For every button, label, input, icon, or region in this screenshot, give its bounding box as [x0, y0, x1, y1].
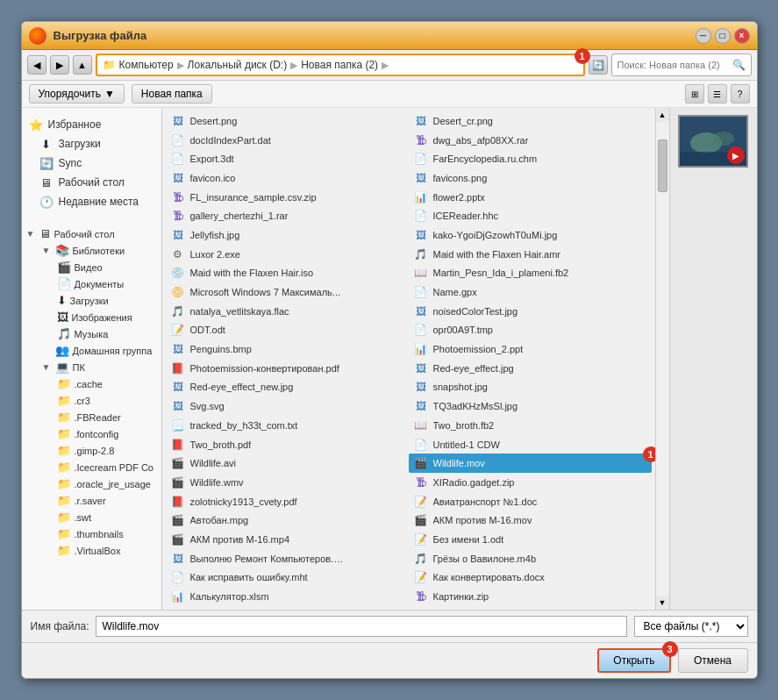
list-item-wildlife-mov[interactable]: 🎬 Wildlife.mov 1 [409, 454, 652, 473]
arrange-button[interactable]: Упорядочить ▼ [29, 84, 125, 104]
list-item[interactable]: 📄 docIdIndexPart.dat [166, 131, 409, 150]
tree-item-rsaver[interactable]: 📁 .r.saver [54, 492, 161, 509]
list-item[interactable]: 🖼 Desert_cr.png [409, 111, 652, 131]
filetype-select[interactable]: Все файлы (*.*) [634, 616, 748, 637]
list-item[interactable]: 🖼 Penguins.bmp [166, 339, 409, 359]
list-item[interactable]: 📄 Как исправить ошибку.mht [166, 568, 409, 588]
list-item[interactable]: 💿 Maid with the Flaxen Hair.iso [166, 264, 409, 283]
list-item[interactable]: 📕 Two_broth.pdf [166, 435, 409, 454]
list-item[interactable]: 📄 Untitled-1 CDW [409, 435, 652, 454]
scroll-thumb[interactable] [658, 139, 667, 192]
back-button[interactable]: ◀ [27, 55, 46, 75]
tree-item-cache[interactable]: 📁 .cache [54, 375, 161, 392]
list-item[interactable]: 🎬 Автобан.mpg [166, 511, 409, 530]
list-item[interactable]: 🖼 favicons.png [409, 168, 652, 188]
sidebar-item-desktop[interactable]: 🖥 Рабочий стол [22, 173, 161, 192]
sidebar-item-sync[interactable]: 🔄 Sync [22, 154, 161, 173]
close-button[interactable]: × [734, 28, 750, 44]
scroll-down-arrow[interactable]: ▼ [656, 596, 669, 610]
view-list-button[interactable]: ☰ [708, 84, 727, 104]
list-item[interactable]: 🎬 АКМ против М-16.mov [409, 511, 652, 530]
list-item[interactable]: 🎵 Грёзы о Вавилоне.m4b [409, 549, 652, 568]
list-item[interactable]: 📃 tracked_by_h33t_com.txt [166, 416, 409, 435]
tree-item-fontconfig[interactable]: 📁 .fontconfig [54, 425, 161, 442]
list-item[interactable]: ⚙ Luxor 2.exe [166, 245, 409, 264]
list-item[interactable]: 📕 zolotnicky1913_cvety.pdf [166, 492, 409, 511]
tree-item-fbreader[interactable]: 📁 .FBReader [54, 409, 161, 425]
list-item[interactable]: 🖼 snapshot.jpg [409, 378, 652, 397]
tree-item-thumbnails[interactable]: 📁 .thumbnails [54, 525, 161, 542]
list-item[interactable]: 📝 Как конвертировать.docx [409, 568, 652, 588]
filename-input[interactable] [96, 616, 626, 637]
list-item[interactable]: 📄 ICEReader.hhc [409, 206, 652, 225]
list-item[interactable]: 📕 Photoemission-конвертирован.pdf [166, 359, 409, 378]
tree-item-oracle[interactable]: 📁 .oracle_jre_usage [54, 475, 161, 492]
list-item[interactable]: 📊 Photoemission_2.ppt [409, 339, 652, 359]
preview-panel: ▶ [669, 108, 757, 610]
list-item[interactable]: 📊 flower2.pptx [409, 188, 652, 207]
sidebar-item-downloads[interactable]: ⬇ Загрузки [22, 134, 161, 154]
list-item[interactable]: 🗜 Картинки.zip [409, 587, 652, 606]
tree-item-cr3[interactable]: 📁 .cr3 [54, 392, 161, 409]
tree-item-video[interactable]: 🎬 Видео [54, 259, 161, 275]
list-item[interactable]: 🖼 Svg.svg [166, 396, 409, 416]
tree-item-homegroup[interactable]: 👥 Домашняя группа [38, 342, 161, 359]
address-bar[interactable]: 📁 Компьютер ▶ Локальный диск (D:) ▶ Нова… [96, 54, 585, 76]
list-item[interactable]: 📝 Без имени 1.odt [409, 530, 652, 549]
list-item[interactable]: 📄 FarEncyclopedia.ru.chm [409, 149, 652, 168]
help-button[interactable]: ? [731, 84, 750, 104]
list-item[interactable]: 📄 Name.gpx [409, 282, 652, 302]
search-box[interactable]: 🔍 [611, 54, 752, 76]
list-item[interactable]: 📖 Martin_Pesn_Ida_i_plameni.fb2 [409, 264, 652, 283]
minimize-button[interactable]: ─ [696, 28, 711, 44]
list-item[interactable]: 🖼 Red-eye_effect_new.jpg [166, 378, 409, 397]
tree-item-desktop[interactable]: ▼ 🖥 Рабочий стол [22, 225, 161, 242]
maximize-button[interactable]: □ [715, 28, 731, 44]
list-item[interactable]: 🖼 Выполню Ремонт Компьютеров.png [166, 549, 409, 568]
list-item[interactable]: 🗜 dwg_abs_afp08XX.rar [409, 131, 652, 150]
list-item[interactable]: 🎵 Maid with the Flaxen Hair.amr [409, 245, 652, 264]
list-item[interactable]: 🗜 gallery_chertezhi_1.rar [166, 206, 409, 225]
tree-item-libraries[interactable]: ▼ 📚 Библиотеки [38, 242, 161, 259]
tree-item-icecream[interactable]: 📁 .Icecream PDF Co [54, 459, 161, 475]
tree-item-music[interactable]: 🎵 Музыка [54, 325, 161, 342]
tree-item-docs[interactable]: 📄 Документы [54, 275, 161, 292]
new-folder-button[interactable]: Новая папка [132, 84, 212, 104]
list-item[interactable]: 📄 opr00A9T.tmp [409, 321, 652, 340]
tree-item-swt[interactable]: 📁 .swt [54, 509, 161, 525]
tree-item-images[interactable]: 🖼 Изображения [54, 309, 161, 325]
up-button[interactable]: ▲ [73, 55, 92, 75]
list-item[interactable]: 🖼 kako-YgoiDjGzowhT0uMi.jpg [409, 225, 652, 245]
tree-item-virtualbox[interactable]: 📁 .VirtualBox [54, 542, 161, 559]
sidebar-item-recent[interactable]: 🕐 Недавние места [22, 192, 161, 211]
list-item[interactable]: 🗜 FL_insurance_sample.csv.zip [166, 188, 409, 207]
cancel-button[interactable]: Отмена [678, 648, 748, 673]
forward-button[interactable]: ▶ [50, 55, 69, 75]
vertical-scrollbar[interactable]: ▲ ▼ [655, 108, 669, 610]
list-item[interactable]: 🖼 noisedColorTest.jpg [409, 302, 652, 321]
refresh-button[interactable]: 🔄 [589, 55, 608, 75]
open-button[interactable]: Открыть [597, 648, 670, 673]
list-item[interactable]: 📊 Калькулятор.xlsm [166, 587, 409, 606]
search-input[interactable] [617, 60, 729, 70]
list-item[interactable]: 📄 Export.3dt [166, 149, 409, 168]
list-item[interactable]: 🎵 natalya_vetlitskaya.flac [166, 302, 409, 321]
tree-item-gimp[interactable]: 📁 .gimp-2.8 [54, 442, 161, 459]
list-item[interactable]: 📀 Microsoft Windows 7 Максималь... [166, 282, 409, 302]
list-item[interactable]: 📝 Авиатранспорт №1.doc [409, 492, 652, 511]
tree-item-pc[interactable]: ▼ 💻 ПК [38, 359, 161, 375]
list-item[interactable]: 🖼 Desert.png [166, 111, 409, 131]
list-item[interactable]: 🖼 favicon.ico [166, 168, 409, 188]
view-tiles-button[interactable]: ⊞ [685, 84, 704, 104]
scroll-up-arrow[interactable]: ▲ [656, 108, 669, 122]
list-item[interactable]: 🎬 АКМ против М-16.mp4 [166, 530, 409, 549]
list-item[interactable]: 📝 ODT.odt [166, 321, 409, 340]
list-item[interactable]: 🖼 Red-eye_effect.jpg [409, 359, 652, 378]
list-item[interactable]: 🎬 Wildlife.avi [166, 454, 409, 473]
list-item[interactable]: 🗜 XIRadio.gadget.zip [409, 473, 652, 492]
tree-item-dl[interactable]: ⬇ Загрузки [54, 292, 161, 309]
list-item[interactable]: 🖼 TQ3adKHzMsSl.jpg [409, 396, 652, 416]
list-item[interactable]: 🎬 Wildlife.wmv [166, 473, 409, 492]
list-item[interactable]: 🖼 Jellyfish.jpg [166, 225, 409, 245]
list-item[interactable]: 📖 Two_broth.fb2 [409, 416, 652, 435]
